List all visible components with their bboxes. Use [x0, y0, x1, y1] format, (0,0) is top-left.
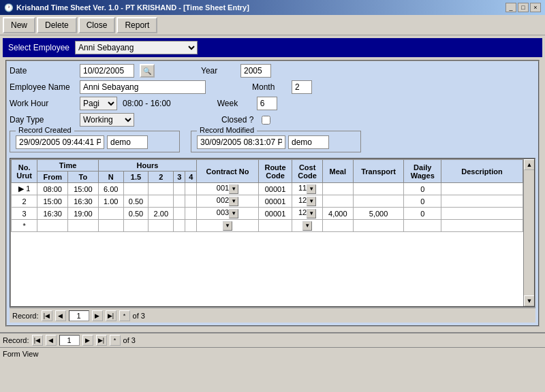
cell-route[interactable]: 00001: [258, 195, 292, 208]
cell-h15[interactable]: 0.50: [123, 208, 149, 220]
bottom-nav-next[interactable]: ▶: [82, 335, 93, 346]
bottom-nav-prev[interactable]: ◀: [46, 335, 57, 346]
cell-h15[interactable]: 0.50: [123, 195, 149, 208]
record-created-date[interactable]: [16, 135, 104, 149]
maximize-button[interactable]: □: [518, 3, 529, 12]
record-modified-user[interactable]: [288, 135, 329, 149]
year-input[interactable]: [240, 64, 271, 78]
work-hour-select[interactable]: Pagi: [80, 97, 117, 110]
bottom-nav-last[interactable]: ▶|: [96, 335, 107, 346]
new-cost-dropdown[interactable]: ▼: [302, 221, 312, 231]
cell-meal[interactable]: [322, 195, 353, 208]
bottom-nav-current[interactable]: [59, 335, 80, 346]
cell-to[interactable]: 15:00: [68, 183, 99, 195]
new-row-cell: [174, 220, 185, 232]
new-contract-dropdown[interactable]: ▼: [223, 221, 232, 231]
grid-nav-current[interactable]: [69, 310, 89, 321]
row-indicator: ▶ 1: [12, 183, 37, 195]
cell-to[interactable]: 16:30: [68, 195, 99, 208]
cost-dropdown[interactable]: ▼: [307, 197, 316, 206]
cell-h4[interactable]: [185, 183, 197, 195]
new-row-indicator: *: [12, 220, 37, 232]
cell-from[interactable]: 15:00: [37, 195, 68, 208]
grid-nav-next[interactable]: ▶: [92, 310, 103, 321]
day-type-select[interactable]: Working: [80, 113, 134, 127]
cost-dropdown[interactable]: ▼: [307, 184, 316, 194]
record-created-legend: Record Created: [16, 126, 74, 134]
contract-dropdown[interactable]: ▼: [229, 184, 238, 194]
employee-select[interactable]: Anni Sebayang: [75, 41, 198, 54]
grid-scrollbar[interactable]: ▲ ▼: [523, 159, 534, 306]
cell-h3[interactable]: [174, 195, 185, 208]
bottom-nav-of: of 3: [123, 336, 136, 344]
cell-contract[interactable]: 003▼: [197, 208, 259, 220]
grid-nav-prev[interactable]: ◀: [55, 310, 66, 321]
minimize-button[interactable]: _: [505, 3, 516, 12]
title-bar: 🕐 Krishand Time Sheet Ver. 1.0 - PT KRIS…: [0, 0, 545, 15]
bottom-nav-first[interactable]: |◀: [32, 335, 43, 346]
close-toolbar-button[interactable]: Close: [78, 17, 116, 33]
cell-cost[interactable]: 12▼: [292, 195, 323, 208]
record-created-user[interactable]: [107, 135, 148, 149]
cell-n[interactable]: 6.00: [98, 183, 123, 195]
cell-from[interactable]: 08:00: [37, 183, 68, 195]
cell-route[interactable]: 00001: [258, 208, 292, 220]
grid-nav-new[interactable]: *: [119, 310, 130, 321]
new-button[interactable]: New: [3, 17, 35, 33]
cell-h4[interactable]: [185, 208, 197, 220]
cell-cost[interactable]: 11▼: [292, 183, 323, 195]
new-row-cell: [441, 220, 523, 232]
cell-n[interactable]: 1.00: [98, 195, 123, 208]
date-search-button[interactable]: 🔍: [140, 64, 155, 78]
cell-dailyWages[interactable]: 0: [404, 183, 441, 195]
contract-dropdown[interactable]: ▼: [229, 209, 238, 218]
week-input[interactable]: [257, 97, 277, 110]
scroll-up-button[interactable]: ▲: [524, 159, 535, 170]
cell-cost[interactable]: 12▼: [292, 208, 323, 220]
cell-h2[interactable]: [149, 195, 174, 208]
cell-transport[interactable]: [353, 183, 404, 195]
cell-contract[interactable]: 001▼: [197, 183, 259, 195]
grid-nav-last[interactable]: ▶|: [106, 310, 116, 321]
cell-h15[interactable]: [123, 183, 149, 195]
cell-h3[interactable]: [174, 183, 185, 195]
contract-dropdown[interactable]: ▼: [229, 197, 238, 206]
report-button[interactable]: Report: [116, 17, 157, 33]
closed-checkbox[interactable]: [262, 116, 270, 125]
grid-scroll-area[interactable]: No.Urut Time Hours Contract No RouteCode…: [11, 159, 534, 295]
cell-description[interactable]: [441, 195, 523, 208]
cell-h4[interactable]: [185, 195, 197, 208]
grid-nav-first[interactable]: |◀: [42, 310, 52, 321]
cell-meal[interactable]: [322, 183, 353, 195]
cell-h3[interactable]: [174, 208, 185, 220]
record-modified-date[interactable]: [197, 135, 285, 149]
cell-n[interactable]: [98, 208, 123, 220]
cell-from[interactable]: 16:30: [37, 208, 68, 220]
scroll-down-button[interactable]: ▼: [524, 295, 535, 306]
cell-route[interactable]: 00001: [258, 183, 292, 195]
bottom-navigator: Record: |◀ ◀ ▶ ▶| * of 3: [0, 332, 545, 347]
cell-transport[interactable]: [353, 195, 404, 208]
date-input[interactable]: [80, 64, 134, 78]
cell-h2[interactable]: 2.00: [149, 208, 174, 220]
data-grid: No.Urut Time Hours Contract No RouteCode…: [10, 158, 535, 308]
select-employee-label: Select Employee: [8, 43, 69, 52]
cost-dropdown[interactable]: ▼: [307, 209, 316, 218]
new-row-cell: [322, 220, 353, 232]
cell-contract[interactable]: 002▼: [197, 195, 259, 208]
col-header-h2: 2: [149, 172, 174, 183]
cell-h2[interactable]: [149, 183, 174, 195]
bottom-nav-new[interactable]: *: [110, 335, 121, 346]
cell-transport[interactable]: 5,000: [353, 208, 404, 220]
cell-meal[interactable]: 4,000: [322, 208, 353, 220]
cell-description[interactable]: [441, 208, 523, 220]
new-row-cell: [123, 220, 149, 232]
cell-dailyWages[interactable]: 0: [404, 208, 441, 220]
cell-description[interactable]: [441, 183, 523, 195]
month-input[interactable]: [292, 80, 312, 94]
close-button[interactable]: ×: [530, 3, 541, 12]
employee-name-input[interactable]: [80, 80, 206, 94]
cell-dailyWages[interactable]: 0: [404, 195, 441, 208]
cell-to[interactable]: 19:00: [68, 208, 99, 220]
delete-button[interactable]: Delete: [37, 17, 77, 33]
